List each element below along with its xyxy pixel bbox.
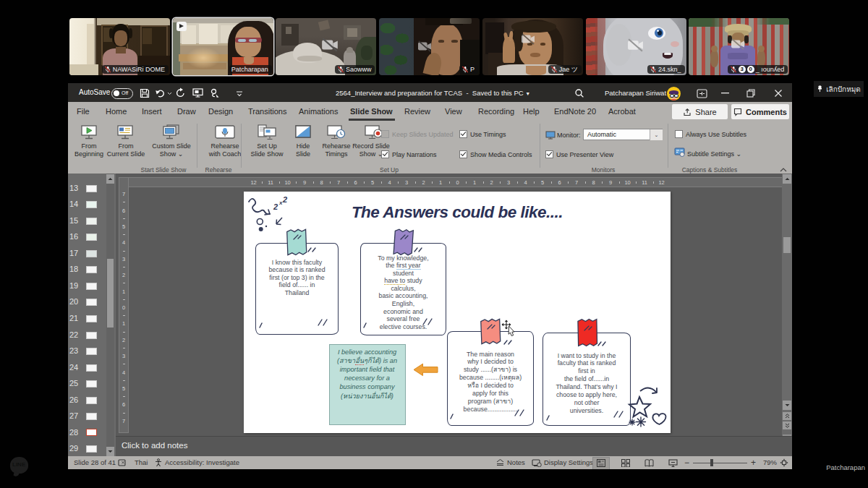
svg-text:2: 2 [273, 202, 278, 211]
svg-text:2: 2 [282, 195, 287, 204]
